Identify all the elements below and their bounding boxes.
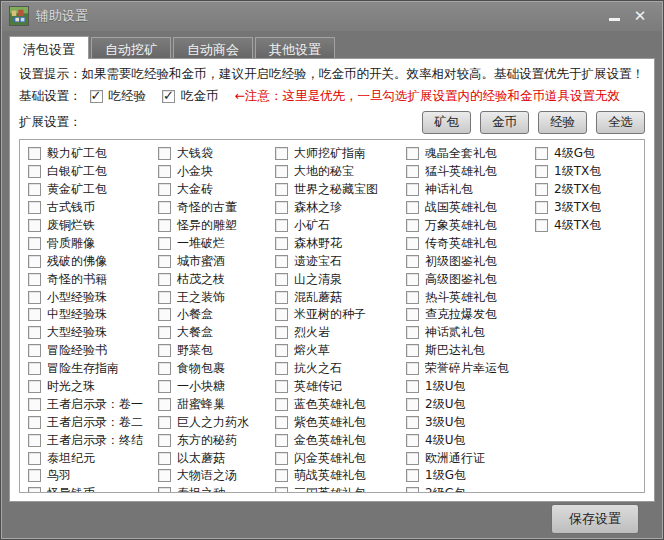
checkbox-icon[interactable]: [158, 273, 171, 286]
grid-checkbox-item[interactable]: 万象英雄礼包: [406, 217, 535, 235]
grid-checkbox-item[interactable]: 4级U包: [406, 431, 535, 449]
checkbox-icon[interactable]: [275, 434, 288, 447]
checkbox-icon[interactable]: [158, 219, 171, 232]
grid-checkbox-item[interactable]: 时光之珠: [28, 378, 158, 396]
checkbox-icon[interactable]: [275, 183, 288, 196]
checkbox-icon[interactable]: [28, 147, 41, 160]
checkbox-icon[interactable]: [406, 326, 419, 339]
grid-checkbox-item[interactable]: 1级G包: [406, 467, 535, 485]
checkbox-icon[interactable]: [158, 344, 171, 357]
grid-checkbox-item[interactable]: 传奇英雄礼包: [406, 234, 535, 252]
checkbox-icon[interactable]: [275, 452, 288, 465]
save-settings-button[interactable]: 保存设置: [551, 504, 639, 534]
grid-checkbox-item[interactable]: 黄金矿工包: [28, 181, 158, 199]
checkbox-icon[interactable]: [28, 380, 41, 393]
checkbox-icon[interactable]: [158, 291, 171, 304]
grid-checkbox-item[interactable]: 萌战英雄礼包: [275, 467, 406, 485]
grid-checkbox-item[interactable]: 枯茂之枝: [158, 270, 275, 288]
grid-checkbox-item[interactable]: 森林野花: [275, 234, 406, 252]
checkbox-icon[interactable]: [162, 90, 175, 103]
grid-checkbox-item[interactable]: 中型经验珠: [28, 306, 158, 324]
checkbox-icon[interactable]: [28, 452, 41, 465]
grid-checkbox-item[interactable]: 甜蜜蜂巢: [158, 395, 275, 413]
grid-checkbox-item[interactable]: 怪异钱币: [28, 485, 158, 493]
grid-checkbox-item[interactable]: 大钱袋: [158, 145, 275, 163]
grid-checkbox-item[interactable]: 食物包裹: [158, 360, 275, 378]
checkbox-icon[interactable]: [275, 362, 288, 375]
grid-checkbox-item[interactable]: 泰坦之种: [158, 485, 275, 493]
grid-checkbox-item[interactable]: 2级G包: [406, 485, 535, 493]
grid-checkbox-item[interactable]: 闪金英雄礼包: [275, 449, 406, 467]
checkbox-icon[interactable]: [28, 434, 41, 447]
grid-checkbox-item[interactable]: 4级G包: [535, 145, 642, 163]
grid-checkbox-item[interactable]: 骨质雕像: [28, 234, 158, 252]
grid-checkbox-item[interactable]: 查克拉爆发包: [406, 306, 535, 324]
checkbox-icon[interactable]: [275, 416, 288, 429]
checkbox-icon[interactable]: [406, 362, 419, 375]
checkbox-icon[interactable]: [535, 201, 548, 214]
checkbox-icon[interactable]: [535, 183, 548, 196]
checkbox-icon[interactable]: [406, 237, 419, 250]
checkbox-icon[interactable]: [275, 398, 288, 411]
checkbox-icon[interactable]: [275, 326, 288, 339]
grid-checkbox-item[interactable]: 野菜包: [158, 342, 275, 360]
grid-checkbox-item[interactable]: 怪异的雕塑: [158, 217, 275, 235]
grid-checkbox-item[interactable]: 2级TX包: [535, 181, 642, 199]
grid-checkbox-item[interactable]: 以太蘑菇: [158, 449, 275, 467]
tab-auto-guild[interactable]: 自动商会: [173, 37, 253, 58]
grid-checkbox-item[interactable]: 泰坦纪元: [28, 449, 158, 467]
grid-checkbox-item[interactable]: 战国英雄礼包: [406, 199, 535, 217]
grid-checkbox-item[interactable]: 一小块糖: [158, 378, 275, 396]
checkbox-icon[interactable]: [275, 273, 288, 286]
grid-checkbox-item[interactable]: 紫色英雄礼包: [275, 413, 406, 431]
checkbox-icon[interactable]: [28, 183, 41, 196]
grid-checkbox-item[interactable]: 毅力矿工包: [28, 145, 158, 163]
checkbox-icon[interactable]: [28, 362, 41, 375]
checkbox-icon[interactable]: [158, 452, 171, 465]
checkbox-icon[interactable]: [406, 165, 419, 178]
checkbox-icon[interactable]: [28, 326, 41, 339]
grid-checkbox-item[interactable]: 英雄传记: [275, 378, 406, 396]
checkbox-icon[interactable]: [275, 380, 288, 393]
grid-checkbox-item[interactable]: 小金块: [158, 163, 275, 181]
checkbox-icon[interactable]: [275, 487, 288, 493]
checkbox-icon[interactable]: [28, 469, 41, 482]
grid-checkbox-item[interactable]: 王者启示录：卷一: [28, 395, 158, 413]
checkbox-icon[interactable]: [158, 237, 171, 250]
grid-checkbox-item[interactable]: 熔火草: [275, 342, 406, 360]
grid-checkbox-item[interactable]: 白银矿工包: [28, 163, 158, 181]
grid-checkbox-item[interactable]: 猛斗英雄礼包: [406, 163, 535, 181]
checkbox-icon[interactable]: [406, 308, 419, 321]
grid-checkbox-item[interactable]: 遗迹宝石: [275, 252, 406, 270]
grid-checkbox-item[interactable]: 冒险经验书: [28, 342, 158, 360]
checkbox-icon[interactable]: [406, 398, 419, 411]
gold-filter-button[interactable]: 金币: [480, 111, 529, 134]
grid-checkbox-item[interactable]: 世界之秘藏宝图: [275, 181, 406, 199]
grid-checkbox-item[interactable]: 初级图鉴礼包: [406, 252, 535, 270]
grid-checkbox-item[interactable]: 蓝色英雄礼包: [275, 395, 406, 413]
grid-checkbox-item[interactable]: 古式钱币: [28, 199, 158, 217]
checkbox-icon[interactable]: [158, 201, 171, 214]
grid-checkbox-item[interactable]: 荣誉碎片幸运包: [406, 360, 535, 378]
checkbox-icon[interactable]: [28, 255, 41, 268]
grid-checkbox-item[interactable]: 山之清泉: [275, 270, 406, 288]
grid-checkbox-item[interactable]: 3级U包: [406, 413, 535, 431]
checkbox-icon[interactable]: [28, 273, 41, 286]
grid-checkbox-item[interactable]: 废铜烂铁: [28, 217, 158, 235]
checkbox-icon[interactable]: [406, 273, 419, 286]
checkbox-icon[interactable]: [275, 291, 288, 304]
checkbox-icon[interactable]: [28, 237, 41, 250]
checkbox-icon[interactable]: [406, 147, 419, 160]
grid-checkbox-item[interactable]: 残破的佛像: [28, 252, 158, 270]
select-all-button[interactable]: 全选: [596, 111, 645, 134]
tab-auto-mining[interactable]: 自动挖矿: [91, 37, 171, 58]
checkbox-icon[interactable]: [275, 165, 288, 178]
grid-checkbox-item[interactable]: 2级U包: [406, 395, 535, 413]
grid-checkbox-item[interactable]: 三国英雄礼包: [275, 485, 406, 493]
checkbox-icon[interactable]: [406, 434, 419, 447]
grid-checkbox-item[interactable]: 烈火岩: [275, 324, 406, 342]
checkbox-icon[interactable]: [158, 469, 171, 482]
exp-filter-button[interactable]: 经验: [538, 111, 587, 134]
grid-checkbox-item[interactable]: 1级TX包: [535, 163, 642, 181]
grid-checkbox-item[interactable]: 东方的秘药: [158, 431, 275, 449]
